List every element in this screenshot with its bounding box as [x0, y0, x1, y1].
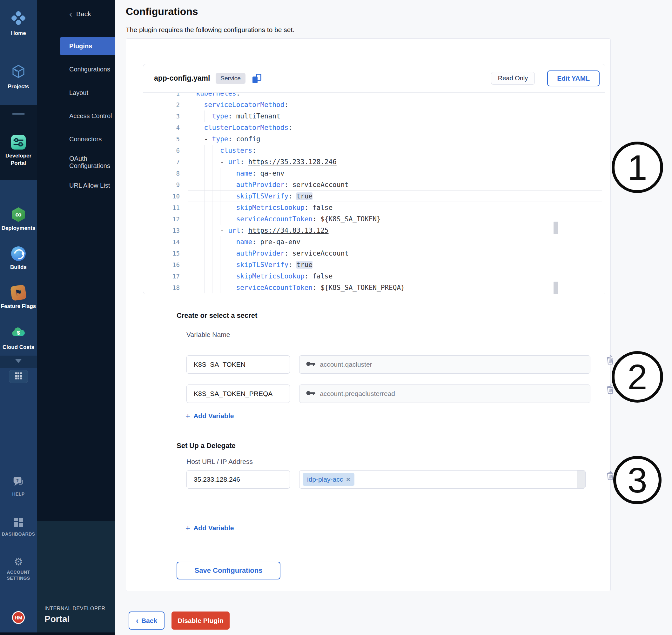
code-line-3: 3type: multiTenant — [143, 110, 605, 122]
rail-collapse-toggle[interactable] — [0, 359, 37, 363]
main-content: Configurations The plugin requires the f… — [115, 0, 672, 635]
annotation-circle-1: 1 — [612, 141, 663, 193]
sidebar-item-developer-portal[interactable]: Developer Portal — [0, 135, 37, 167]
line-number: 5 — [143, 136, 181, 143]
back-button-label: Back — [141, 617, 157, 625]
variable-name-input[interactable] — [187, 355, 290, 374]
variable-name-input[interactable] — [187, 385, 290, 403]
sidebar-item-label: Builds — [10, 264, 27, 271]
harness-home-icon — [11, 10, 26, 27]
edit-yaml-button[interactable]: Edit YAML — [547, 70, 600, 86]
chevron-left-icon: ‹ — [136, 616, 138, 625]
builds-icon — [11, 246, 26, 261]
add-variable-button[interactable]: + Add Variable — [186, 412, 234, 420]
chevron-down-icon — [15, 359, 22, 363]
key-icon — [306, 361, 316, 368]
window-bottom-edge — [0, 632, 115, 635]
side-menu-item-connectors[interactable]: Connectors — [60, 130, 115, 148]
chevron-left-icon: ‹ — [69, 9, 72, 18]
disable-plugin-button[interactable]: Disable Plugin — [172, 612, 230, 630]
configurations-card: app-config.yaml Service Read Only Edit Y… — [126, 38, 611, 591]
sidebar-item-cloud-costs[interactable]: $ Cloud Costs — [0, 325, 37, 351]
line-number: 9 — [143, 181, 181, 188]
module-grid-button[interactable] — [9, 370, 28, 383]
add-variable-label: Add Variable — [193, 524, 234, 532]
line-number: 18 — [143, 284, 181, 291]
host-url-label: Host URL / IP Address — [187, 458, 253, 465]
line-number: 2 — [143, 101, 181, 108]
annotation-circle-2: 2 — [612, 351, 663, 402]
side-menu-item-access-control[interactable]: Access Control — [60, 107, 115, 125]
side-menu-item-oauth-configurations[interactable]: OAuth Configurations — [60, 153, 115, 171]
sidebar-item-label: Feature Flags — [1, 303, 36, 310]
sidebar-item-label: Cloud Costs — [3, 344, 34, 351]
save-configurations-button[interactable]: Save Configurations — [177, 562, 280, 579]
remove-tag-icon[interactable]: × — [346, 476, 350, 483]
rail-lower-section — [0, 368, 37, 635]
line-number: 14 — [143, 238, 181, 245]
sidebar-item-dashboards[interactable]: DASHBOARDS — [0, 517, 37, 537]
side-menu-item-configurations[interactable]: Configurations — [60, 60, 115, 78]
line-number: 12 — [143, 216, 181, 223]
rail-divider — [12, 113, 25, 115]
side-menu-item-plugins[interactable]: Plugins — [60, 37, 115, 55]
feature-flags-icon: ⚑ — [10, 284, 27, 301]
secret-section-title: Create or select a secret — [177, 311, 257, 320]
code-line-12: 12serviceAccountToken: ${K8S_SA_TOKEN} — [143, 213, 605, 225]
tag-field-end-cap — [577, 470, 585, 488]
plus-icon: + — [186, 525, 190, 531]
line-number: 13 — [143, 227, 181, 234]
line-number: 16 — [143, 261, 181, 268]
deployments-icon: ∞ — [11, 207, 26, 222]
page-subtitle: The plugin requires the following config… — [126, 26, 295, 34]
add-variable-button-delegate[interactable]: + Add Variable — [186, 524, 234, 532]
back-button[interactable]: ‹ Back — [129, 612, 165, 630]
key-icon — [306, 390, 316, 397]
sidebar-item-label: DASHBOARDS — [2, 531, 35, 537]
sidebar-item-label: Home — [11, 29, 26, 37]
plus-icon: + — [186, 412, 190, 419]
sidebar-item-account-settings[interactable]: ⚙ ACCOUNT SETTINGS — [0, 556, 37, 581]
delegate-tags-field[interactable]: idp-play-acc × — [299, 470, 586, 489]
code-line-1: 1kubernetes: — [143, 93, 605, 99]
host-url-input[interactable] — [187, 470, 290, 489]
sidebar-item-feature-flags[interactable]: ⚑ Feature Flags — [0, 285, 37, 310]
sidebar-item-label: HELP — [13, 491, 25, 497]
code-line-18: 18serviceAccountToken: ${K8S_SA_TOKEN_PR… — [143, 282, 605, 293]
code-line-17: 17skipMetricsLookup: false — [143, 270, 605, 282]
side-menu-item-url-allow-list[interactable]: URL Allow List — [60, 177, 115, 194]
sidebar-item-home[interactable]: Home — [0, 10, 37, 37]
delete-variable-icon[interactable] — [606, 355, 614, 365]
secret-select-field[interactable]: account.qacluster — [299, 355, 590, 374]
plugin-side-menu: ‹ Back PluginsConfigurationsLayoutAccess… — [37, 0, 115, 635]
gear-icon: ⚙ — [14, 556, 23, 567]
sidebar-item-builds[interactable]: Builds — [0, 246, 37, 271]
footer-eyebrow: INTERNAL DEVELOPER — [44, 606, 105, 612]
back-nav[interactable]: ‹ Back — [69, 9, 91, 18]
side-menu-item-layout[interactable]: Layout — [60, 84, 115, 102]
copy-icon[interactable] — [253, 74, 261, 83]
read-only-pill: Read Only — [491, 72, 535, 85]
sidebar-item-projects[interactable]: Projects — [0, 64, 37, 90]
line-number: 11 — [143, 204, 181, 211]
service-badge: Service — [216, 73, 245, 84]
variable-name-label: Variable Name — [187, 331, 230, 338]
code-line-4: 4clusterLocatorMethods: — [143, 122, 605, 133]
yaml-code-editor[interactable]: 1kubernetes:2serviceLocatorMethod:3type:… — [143, 93, 605, 294]
line-number: 15 — [143, 250, 181, 257]
delegate-tag-chip: idp-play-acc × — [303, 473, 354, 486]
annotation-circle-3: 3 — [613, 456, 662, 504]
scrollbar-decoration — [554, 222, 558, 234]
sidebar-item-label: Developer Portal — [3, 152, 34, 167]
sidebar-item-help[interactable]: ? HELP — [0, 476, 37, 497]
secret-value: account.qacluster — [320, 361, 372, 368]
sidebar-item-deployments[interactable]: ∞ Deployments — [0, 207, 37, 232]
user-avatar[interactable]: HM — [12, 611, 25, 624]
scrollbar-decoration — [554, 282, 558, 294]
menu-divider — [60, 31, 110, 31]
svg-text:?: ? — [16, 478, 19, 483]
code-line-11: 11skipMetricsLookup: false — [143, 202, 605, 213]
line-number: 3 — [143, 113, 181, 120]
secret-select-field[interactable]: account.preqaclusterread — [299, 385, 590, 403]
code-line-8: 8name: qa-env — [143, 168, 605, 179]
